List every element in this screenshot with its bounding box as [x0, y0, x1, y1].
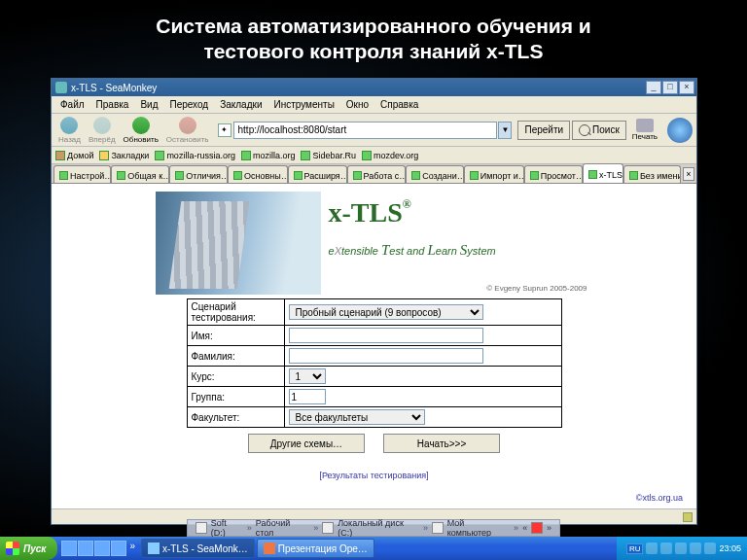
tab[interactable]: Общая к… [111, 165, 169, 183]
tab-close-button[interactable]: × [683, 167, 694, 181]
scenario-select[interactable]: Пробный сценарий (9 вопросов) [289, 304, 483, 320]
menu-go[interactable]: Переход [164, 97, 213, 112]
group-label: Группа: [187, 387, 284, 407]
computer-icon [432, 522, 444, 534]
language-indicator[interactable]: RU [626, 543, 644, 554]
start-button[interactable]: Начать>>> [383, 434, 500, 453]
tab-icon [353, 171, 362, 180]
tray-icon[interactable] [646, 542, 658, 554]
bookmark-link[interactable]: mozilla.org [241, 151, 296, 160]
browser-window: x-TLS - SeaMonkey _ □ × Файл Правка Вид … [51, 78, 697, 525]
tab[interactable]: Работа с… [347, 165, 407, 183]
name-input[interactable] [289, 328, 483, 343]
arrow-icon[interactable]: » [547, 523, 551, 533]
tray-icon[interactable] [704, 542, 716, 554]
faculty-label: Факультет: [187, 407, 284, 428]
quick-launch-icon[interactable] [78, 541, 93, 556]
maximize-button[interactable]: □ [662, 81, 678, 94]
drive-icon [322, 522, 334, 534]
reload-button[interactable]: Обновить [121, 116, 161, 145]
tab[interactable]: Просмот… [524, 165, 583, 183]
tab-icon [294, 171, 302, 180]
bookmark-link[interactable]: mozdev.org [362, 151, 418, 160]
desk-item[interactable]: Мой компьютер [447, 518, 510, 538]
slide-title-line1: Система автоматизированного обучения и [0, 14, 747, 39]
site-link[interactable]: ©xtls.org.ua [636, 493, 683, 503]
tab[interactable]: Отличия… [169, 165, 228, 183]
bookmarks-toolbar: Домой Закладки mozilla-russia.org mozill… [52, 147, 696, 164]
tab[interactable]: Импорт и… [464, 165, 524, 183]
bookmark-link[interactable]: Sidebar.Ru [301, 151, 356, 160]
bookmark-icon [362, 151, 372, 160]
minimize-button[interactable]: _ [646, 81, 661, 94]
bookmark-home[interactable]: Домой [55, 151, 93, 160]
faculty-select[interactable]: Все факультеты [289, 409, 425, 425]
address-input[interactable] [233, 122, 498, 139]
bookmark-link[interactable]: mozilla-russia.org [155, 151, 235, 160]
tab-icon [175, 171, 184, 180]
quick-launch-icon[interactable] [94, 541, 110, 556]
taskbar-task[interactable]: Презентация Оре… [257, 539, 374, 558]
course-select[interactable]: 1 [289, 368, 326, 384]
tray-icon[interactable] [660, 542, 672, 554]
print-button[interactable]: Печать [628, 119, 661, 141]
tab[interactable]: Создани… [406, 165, 464, 183]
bookmark-icon [241, 151, 251, 160]
task-icon [148, 542, 160, 554]
desk-item[interactable]: Рабочий стол [256, 518, 310, 538]
tab[interactable]: Расширя… [288, 165, 347, 183]
group-input[interactable] [289, 389, 326, 404]
tab[interactable]: Основны… [228, 165, 287, 183]
logo: x-TLS® [329, 197, 586, 228]
desk-item[interactable]: Soft (D:) [211, 518, 243, 538]
tab-icon [233, 171, 242, 180]
tabstrip: Настрой… Общая к… Отличия… Основны… Расш… [52, 164, 696, 184]
other-schemes-button[interactable]: Другие схемы… [248, 434, 365, 453]
taskbar-task[interactable]: x-TLS - SeaMonk… [141, 539, 255, 558]
search-button[interactable]: Поиск [572, 121, 626, 140]
arrow-icon[interactable]: « [522, 523, 527, 533]
menu-help[interactable]: Справка [375, 97, 423, 112]
close-button[interactable]: × [679, 81, 694, 94]
windows-logo-icon [6, 542, 19, 555]
menu-edit[interactable]: Правка [91, 97, 134, 112]
tray-icon[interactable] [675, 542, 687, 554]
back-button[interactable]: Назад [55, 116, 84, 145]
surname-label: Фамилия: [187, 346, 284, 367]
search-icon [579, 124, 590, 136]
desk-item[interactable]: Локальный диск (C:) [338, 518, 419, 538]
titlebar: x-TLS - SeaMonkey _ □ × [52, 79, 696, 96]
tab[interactable]: Настрой… [53, 165, 111, 183]
window-title: x-TLS - SeaMonkey [71, 83, 157, 93]
course-label: Курс: [187, 367, 284, 387]
ql-more[interactable]: » [127, 541, 137, 556]
slide-title-line2: тестового контроля знаний x-TLS [0, 39, 747, 64]
menu-window[interactable]: Окно [341, 97, 374, 112]
yandex-icon[interactable] [531, 522, 543, 534]
tab-icon [588, 170, 597, 179]
menu-bookmarks[interactable]: Закладки [215, 97, 267, 112]
start-button[interactable]: Пуск [0, 537, 57, 560]
drive-icon [196, 522, 207, 534]
menu-tools[interactable]: Инструменты [268, 97, 338, 112]
menu-view[interactable]: Вид [135, 97, 162, 112]
results-link[interactable]: [Результаты тестирования] [52, 471, 696, 480]
taskbar: Пуск » x-TLS - SeaMonk… Презентация Оре…… [0, 537, 747, 560]
go-button[interactable]: Перейти [517, 121, 570, 140]
bookmark-icon [301, 151, 310, 160]
tab-icon [470, 171, 479, 180]
quick-launch-icon[interactable] [111, 541, 126, 556]
tab[interactable]: Без имени [623, 165, 681, 183]
menu-file[interactable]: Файл [55, 97, 89, 112]
tab-active[interactable]: x-TLS [583, 163, 623, 183]
address-dropdown[interactable]: ▼ [498, 122, 512, 139]
hero-image [156, 192, 321, 295]
tab-icon [117, 171, 125, 180]
clock[interactable]: 23:05 [719, 543, 741, 553]
quick-launch-icon[interactable] [61, 541, 77, 556]
bookmark-folder[interactable]: Закладки [99, 151, 149, 160]
forward-button[interactable]: Вперёд [86, 116, 119, 145]
surname-input[interactable] [289, 348, 483, 364]
stop-button[interactable]: Остановить [163, 116, 212, 145]
tray-icon[interactable] [690, 542, 701, 554]
